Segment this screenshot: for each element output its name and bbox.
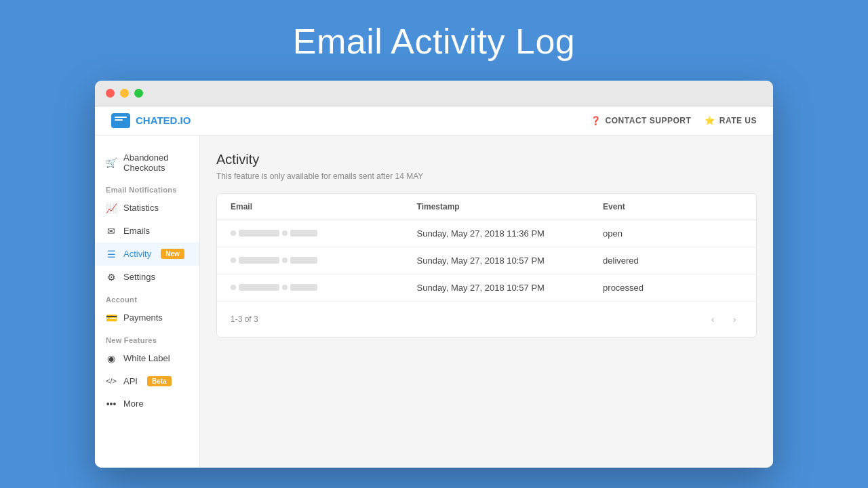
table-row: Sunday, May 27, 2018 11:36 PM open (217, 220, 756, 247)
email-dot (231, 258, 236, 263)
activity-new-badge: New (161, 249, 184, 259)
app-body: 🛒 Abandoned Checkouts Email Notification… (95, 136, 773, 468)
titlebar (95, 81, 773, 106)
table-row: Sunday, May 27, 2018 10:57 PM processed (217, 274, 756, 302)
activity-heading: Activity (216, 152, 757, 167)
page-title: Email Activity Log (293, 21, 576, 62)
email-bar-4 (290, 257, 317, 264)
sidebar-section-email-notifications: Email Notifications (95, 179, 199, 197)
activity-table: Email Timestamp Event Sunday, May 27, 20… (216, 193, 757, 338)
payments-icon: 💳 (106, 312, 117, 323)
header-actions: ❓ CONTACT SUPPORT ⭐ RATE US (591, 116, 757, 125)
timestamp-cell-1: Sunday, May 27, 2018 11:36 PM (417, 228, 604, 239)
sidebar-emails-label: Emails (123, 226, 150, 236)
event-cell-1: open (603, 228, 743, 239)
pagination-info: 1-3 of 3 (231, 314, 258, 324)
logo-icon (111, 113, 130, 128)
sidebar-item-emails[interactable]: ✉ Emails (95, 220, 199, 243)
sidebar-more-label: More (123, 399, 144, 409)
column-email: Email (231, 202, 417, 211)
white-label-icon: ◉ (106, 353, 117, 364)
next-page-button[interactable]: › (726, 311, 743, 327)
email-dot (231, 230, 236, 236)
contact-support-label: CONTACT SUPPORT (606, 116, 692, 125)
event-cell-2: delivered (603, 256, 743, 266)
more-icon: ••• (106, 399, 117, 409)
email-dot-2 (282, 230, 288, 236)
settings-icon: ⚙ (106, 272, 117, 283)
email-bar-3 (239, 257, 279, 264)
sidebar-abandoned-label: Abandoned Checkouts (123, 152, 189, 173)
statistics-icon: 📈 (106, 203, 117, 214)
question-icon: ❓ (591, 116, 601, 125)
sidebar-settings-label: Settings (123, 272, 155, 282)
event-cell-3: processed (603, 283, 743, 293)
email-dot (231, 285, 236, 290)
column-timestamp: Timestamp (417, 202, 604, 211)
rate-us-button[interactable]: ⭐ RATE US (705, 116, 757, 125)
main-content: Activity This feature is only available … (200, 136, 773, 468)
api-beta-badge: Beta (147, 376, 172, 386)
close-button[interactable] (106, 89, 115, 98)
sidebar-white-label-label: White Label (123, 353, 170, 363)
email-bar-1 (239, 230, 279, 237)
sidebar-activity-label: Activity (123, 249, 151, 259)
app-window: CHATED.IO ❓ CONTACT SUPPORT ⭐ RATE US 🛒 … (95, 81, 773, 468)
sidebar-item-abandoned-checkouts[interactable]: 🛒 Abandoned Checkouts (95, 146, 199, 179)
email-cell-3 (231, 284, 417, 291)
table-header: Email Timestamp Event (217, 194, 756, 220)
email-icon: ✉ (106, 226, 117, 237)
sidebar: 🛒 Abandoned Checkouts Email Notification… (95, 136, 200, 468)
sidebar-item-white-label[interactable]: ◉ White Label (95, 347, 199, 370)
pagination-arrows: ‹ › (705, 311, 743, 327)
sidebar-api-label: API (123, 376, 138, 386)
sidebar-payments-label: Payments (123, 312, 163, 323)
sidebar-item-activity[interactable]: ☰ Activity New (95, 243, 199, 266)
sidebar-section-new-features: New Features (95, 329, 199, 347)
sidebar-item-settings[interactable]: ⚙ Settings (95, 266, 199, 289)
timestamp-cell-3: Sunday, May 27, 2018 10:57 PM (417, 283, 604, 293)
maximize-button[interactable] (134, 89, 143, 98)
email-bar-6 (290, 284, 317, 291)
cart-icon: 🛒 (106, 157, 117, 168)
sidebar-item-payments[interactable]: 💳 Payments (95, 306, 199, 329)
timestamp-cell-2: Sunday, May 27, 2018 10:57 PM (417, 256, 604, 266)
sidebar-item-more[interactable]: ••• More (95, 392, 199, 415)
activity-subtitle: This feature is only available for email… (216, 171, 757, 181)
sidebar-item-statistics[interactable]: 📈 Statistics (95, 197, 199, 220)
prev-page-button[interactable]: ‹ (705, 311, 721, 327)
logo[interactable]: CHATED.IO (111, 113, 191, 128)
rate-us-label: RATE US (719, 116, 757, 125)
email-bar-2 (290, 230, 317, 237)
email-dot-4 (282, 285, 288, 290)
activity-icon: ☰ (106, 249, 117, 260)
api-icon: </> (106, 377, 117, 385)
contact-support-button[interactable]: ❓ CONTACT SUPPORT (591, 116, 691, 125)
table-row: Sunday, May 27, 2018 10:57 PM delivered (217, 247, 756, 274)
app-header: CHATED.IO ❓ CONTACT SUPPORT ⭐ RATE US (95, 106, 773, 136)
sidebar-item-api[interactable]: </> API Beta (95, 370, 199, 392)
sidebar-section-account: Account (95, 289, 199, 306)
pagination: 1-3 of 3 ‹ › (217, 302, 756, 337)
minimize-button[interactable] (120, 89, 129, 98)
column-event: Event (603, 202, 743, 211)
star-icon: ⭐ (705, 116, 715, 125)
email-cell-1 (231, 230, 417, 237)
sidebar-statistics-label: Statistics (123, 203, 159, 213)
email-cell-2 (231, 257, 417, 264)
email-bar-5 (239, 284, 279, 291)
email-dot-3 (282, 258, 288, 263)
logo-text: CHATED.IO (136, 115, 191, 126)
